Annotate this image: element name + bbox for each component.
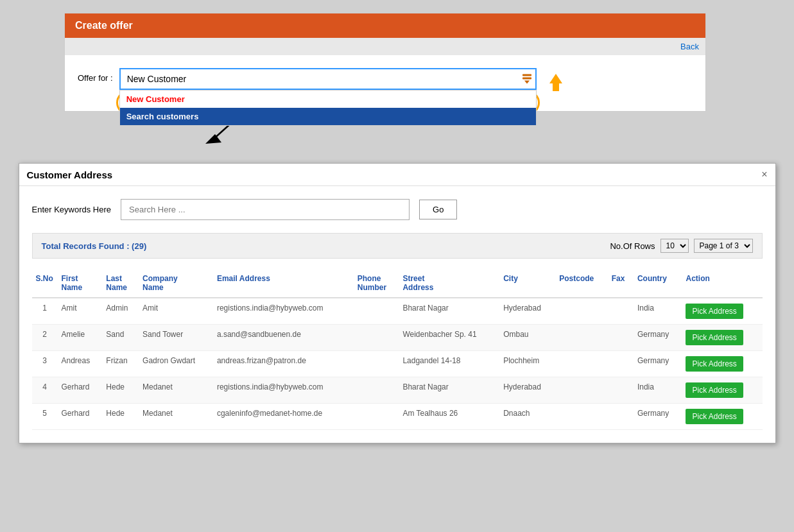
page-select[interactable]: Page 1 of 3 Page 2 of 3 Page 3 of 3: [694, 239, 753, 253]
cell-phone: [354, 351, 399, 377]
cell-postcode: [555, 351, 607, 377]
table-row: 1 Amit Admin Amit registions.india@hybyw…: [32, 298, 763, 325]
orange-down-arrow-icon: [543, 71, 569, 98]
cell-postcode: [555, 377, 607, 404]
cell-street: Bharat Nagar: [399, 377, 499, 404]
no-of-rows-select[interactable]: 10 20 50: [660, 239, 689, 253]
svg-rect-4: [553, 83, 559, 91]
cell-street: Bharat Nagar: [399, 298, 499, 325]
cell-country: India: [634, 377, 682, 404]
cell-lastname: Frizan: [102, 351, 139, 377]
table-body: 1 Amit Admin Amit registions.india@hybyw…: [32, 298, 763, 430]
cell-action: Pick Address: [682, 298, 762, 325]
col-header-phone: PhoneNumber: [354, 269, 399, 298]
col-header-sno: S.No: [32, 269, 58, 298]
search-input[interactable]: [121, 199, 410, 220]
col-header-lastname: LastName: [102, 269, 139, 298]
create-offer-panel: Create offer Back Offer for :: [64, 13, 706, 112]
no-of-rows-label: No.Of Rows: [610, 241, 655, 251]
cell-email: cgaleninfo@medanet-home.de: [213, 404, 354, 430]
col-header-city: City: [499, 269, 555, 298]
dialog-overlay: Customer Address × Enter Keywords Here G…: [13, 163, 781, 443]
table-header-row: S.No FirstName LastName CompanyName Emai…: [32, 269, 763, 298]
records-bar: Total Records Found : (29) No.Of Rows 10…: [32, 233, 763, 259]
col-header-firstname: FirstName: [58, 269, 103, 298]
col-header-fax: Fax: [608, 269, 634, 298]
cell-sno: 1: [32, 298, 58, 325]
dialog-body: Enter Keywords Here Go Total Records Fou…: [19, 186, 775, 443]
dropdown-arrow-icon: [521, 73, 533, 86]
pick-address-button[interactable]: Pick Address: [686, 409, 743, 424]
pick-address-button[interactable]: Pick Address: [686, 330, 743, 345]
create-offer-toolbar: Back: [65, 38, 705, 55]
cell-postcode: [555, 325, 607, 351]
cell-sno: 5: [32, 404, 58, 430]
close-icon[interactable]: ×: [761, 169, 767, 180]
cell-lastname: Admin: [102, 298, 139, 325]
cell-company: Sand Tower: [139, 325, 213, 351]
pick-address-button[interactable]: Pick Address: [686, 304, 743, 319]
col-header-email: Email Address: [213, 269, 354, 298]
search-keywords-label: Enter Keywords Here: [32, 205, 112, 214]
rows-page-control: No.Of Rows 10 20 50 Page 1 of 3 Page 2 o…: [610, 239, 752, 253]
cell-postcode: [555, 404, 607, 430]
col-header-street: StreetAddress: [399, 269, 499, 298]
cell-city: Hyderabad: [499, 377, 555, 404]
cell-phone: [354, 377, 399, 404]
cell-firstname: Amelie: [58, 325, 103, 351]
cell-street: Weidenbacher Sp. 41: [399, 325, 499, 351]
create-offer-body: Offer for : New Customer: [65, 55, 705, 111]
pick-address-button[interactable]: Pick Address: [686, 356, 743, 372]
cell-lastname: Hede: [102, 377, 139, 404]
svg-rect-1: [522, 78, 531, 80]
cell-fax: [608, 325, 634, 351]
dropdown-menu: New Customer Search customers: [119, 90, 537, 126]
cell-street: Am Tealhaus 26: [399, 404, 499, 430]
cell-sno: 3: [32, 351, 58, 377]
go-button[interactable]: Go: [419, 200, 457, 219]
cell-fax: [608, 404, 634, 430]
create-offer-title: Create offer: [75, 20, 133, 31]
cell-action: Pick Address: [682, 325, 762, 351]
cell-action: Pick Address: [682, 351, 762, 377]
cell-phone: [354, 325, 399, 351]
table-row: 2 Amelie Sand Sand Tower a.sand@sandbuen…: [32, 325, 763, 351]
col-header-postcode: Postcode: [555, 269, 607, 298]
offer-for-row: Offer for : New Customer: [78, 68, 693, 98]
cell-phone: [354, 298, 399, 325]
svg-marker-6: [205, 134, 221, 144]
cell-company: Gadron Gwdart: [139, 351, 213, 377]
customer-address-dialog: Customer Address × Enter Keywords Here G…: [19, 163, 776, 443]
offer-for-input[interactable]: [119, 68, 537, 90]
svg-rect-0: [522, 74, 531, 76]
cell-email: registions.india@hybyweb.com: [213, 377, 354, 404]
cell-firstname: Amit: [58, 298, 103, 325]
search-row: Enter Keywords Here Go: [32, 199, 763, 220]
cell-sno: 2: [32, 325, 58, 351]
svg-marker-3: [549, 74, 562, 83]
cell-city: Plochheim: [499, 351, 555, 377]
dropdown-item-search-customers[interactable]: Search customers: [120, 108, 536, 125]
cell-fax: [608, 377, 634, 404]
cell-postcode: [555, 298, 607, 325]
cell-country: India: [634, 298, 682, 325]
cell-firstname: Gerhard: [58, 377, 103, 404]
dropdown-item-new-customer[interactable]: New Customer: [120, 90, 536, 108]
cell-fax: [608, 298, 634, 325]
create-offer-header: Create offer: [65, 13, 705, 38]
cell-email: andreas.frizan@patron.de: [213, 351, 354, 377]
col-header-companyname: CompanyName: [139, 269, 213, 298]
cell-city: Hyderabad: [499, 298, 555, 325]
offer-for-dropdown-wrapper: New Customer Search customers: [119, 68, 537, 90]
cell-lastname: Sand: [102, 325, 139, 351]
dialog-title: Customer Address: [27, 169, 113, 180]
back-link[interactable]: Back: [680, 42, 699, 51]
cell-company: Medanet: [139, 377, 213, 404]
cell-city: Ombau: [499, 325, 555, 351]
cell-action: Pick Address: [682, 404, 762, 430]
cell-email: a.sand@sandbuenen.de: [213, 325, 354, 351]
cell-firstname: Gerhard: [58, 404, 103, 430]
table-row: 5 Gerhard Hede Medanet cgaleninfo@medane…: [32, 404, 763, 430]
pick-address-button[interactable]: Pick Address: [686, 382, 743, 398]
cell-country: Germany: [634, 351, 682, 377]
